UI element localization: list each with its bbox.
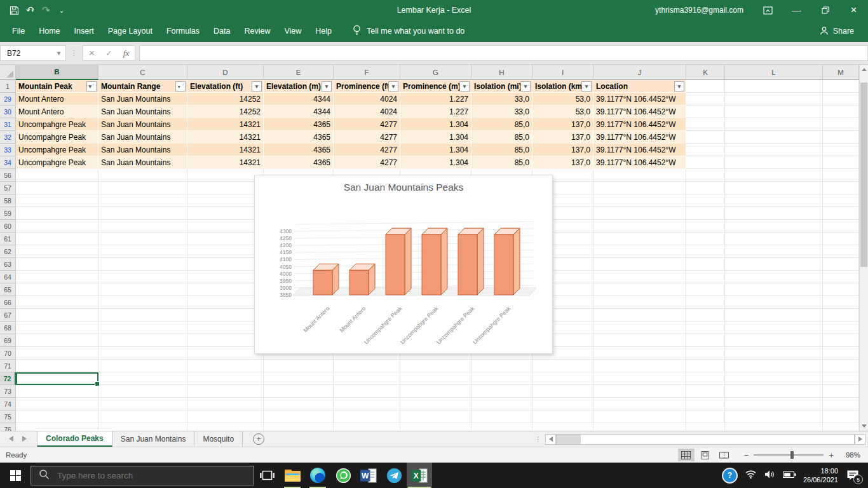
cell-K57[interactable] [686,182,725,194]
row-header-31[interactable]: 31 [0,118,16,131]
cell-M65[interactable] [823,283,859,296]
cell-H32[interactable]: 85,0 [471,131,532,144]
row-header-34[interactable]: 34 [0,156,16,169]
cell-B66[interactable] [16,296,98,309]
cell-H71[interactable] [471,360,532,372]
ribbon-tab-insert[interactable]: Insert [67,20,101,42]
cell-I76[interactable] [532,423,593,431]
cell-M33[interactable] [823,144,859,156]
name-box-caret-icon[interactable]: ▼ [56,50,62,57]
ribbon-tab-page-layout[interactable]: Page Layout [101,20,159,42]
page-layout-view-icon[interactable] [697,449,714,461]
cell-B33[interactable]: Uncompahgre Peak [16,144,98,156]
cell-L70[interactable] [725,347,823,360]
cell-M73[interactable] [823,385,859,398]
ribbon-display-options-icon[interactable] [754,0,782,20]
cell-D73[interactable] [187,385,264,398]
volume-icon[interactable] [764,470,776,482]
cell-C60[interactable] [98,220,187,233]
word-taskbar-icon[interactable]: W [356,463,381,488]
column-header-K[interactable]: K [686,65,725,80]
cell-M64[interactable] [823,271,859,283]
account-name[interactable]: ythrisma3916@gmail.com [655,6,743,15]
cell-C64[interactable] [98,271,187,283]
cell-L63[interactable] [725,258,823,271]
cell-D71[interactable] [187,360,264,372]
minimize-button[interactable]: — [782,0,811,20]
cell-J65[interactable] [593,283,686,296]
cell-B59[interactable] [16,207,98,220]
cell-K74[interactable] [686,398,725,410]
cell-B73[interactable] [16,385,98,398]
cell-D56[interactable] [187,169,264,182]
cell-K66[interactable] [686,296,725,309]
cell-K73[interactable] [686,385,725,398]
cell-J31[interactable]: 39.1177°N 106.4452°W [593,118,686,131]
ribbon-tab-formulas[interactable]: Formulas [159,20,207,42]
column-header-F[interactable]: F [334,65,400,80]
cell-D70[interactable] [187,347,264,360]
cell-L71[interactable] [725,360,823,372]
whatsapp-taskbar-icon[interactable] [330,463,356,488]
sheet-tab-mosquito[interactable]: Mosquito [194,431,243,447]
cell-E71[interactable] [264,360,334,372]
ribbon-tab-help[interactable]: Help [308,20,339,42]
column-header-E[interactable]: E [264,65,334,80]
cell-C68[interactable] [98,322,187,334]
table-header-F[interactable]: Prominence (ft)▾ [334,80,400,93]
cell-M74[interactable] [823,398,859,410]
cell-M67[interactable] [823,309,859,322]
cell-C29[interactable]: San Juan Mountains [98,93,187,105]
column-header-L[interactable]: L [725,65,823,80]
normal-view-icon[interactable] [678,449,695,461]
cell-K67[interactable] [686,309,725,322]
close-button[interactable]: × [839,0,868,20]
cell-G74[interactable] [400,398,471,410]
cell-K63[interactable] [686,258,725,271]
cell-J64[interactable] [593,271,686,283]
cell-H73[interactable] [471,385,532,398]
cell-B63[interactable] [16,258,98,271]
cell-F29[interactable]: 4024 [334,93,400,105]
cell-L73[interactable] [725,385,823,398]
customize-qat-button[interactable]: ⌄ [54,3,69,18]
cell-J56[interactable] [593,169,686,182]
ribbon-tab-data[interactable]: Data [207,20,237,42]
cell-C34[interactable]: San Juan Mountains [98,156,187,169]
cell-F32[interactable]: 4277 [334,131,400,144]
cell-H74[interactable] [471,398,532,410]
cell-L1[interactable] [725,80,823,93]
cell-G33[interactable]: 1.304 [400,144,471,156]
cell-B74[interactable] [16,398,98,410]
cell-B64[interactable] [16,271,98,283]
cell-I31[interactable]: 137,0 [532,118,593,131]
telegram-taskbar-icon[interactable] [381,463,407,488]
cell-K33[interactable] [686,144,725,156]
ribbon-tab-home[interactable]: Home [32,20,67,42]
embedded-chart[interactable]: San Juan Mountains Peaks 385039003950400… [254,175,553,354]
row-header-61[interactable]: 61 [0,233,16,245]
row-header-59[interactable]: 59 [0,207,16,220]
cell-H72[interactable] [471,372,532,385]
filter-dropdown-icon-J[interactable]: ▾ [674,81,684,92]
zoom-level[interactable]: 98% [839,451,860,459]
cell-D68[interactable] [187,322,264,334]
cell-C65[interactable] [98,283,187,296]
cancel-entry-icon[interactable]: ✕ [83,46,100,60]
file-explorer-taskbar-icon[interactable] [280,463,305,488]
cell-E76[interactable] [264,423,334,431]
cell-B71[interactable] [16,360,98,372]
cell-K31[interactable] [686,118,725,131]
row-header-30[interactable]: 30 [0,105,16,118]
cell-L31[interactable] [725,118,823,131]
cell-D58[interactable] [187,194,264,207]
cell-I71[interactable] [532,360,593,372]
cell-C61[interactable] [98,233,187,245]
share-button[interactable]: Share [820,26,854,37]
cell-L33[interactable] [725,144,823,156]
cell-D32[interactable]: 14321 [187,131,264,144]
cell-F33[interactable]: 4277 [334,144,400,156]
cell-M59[interactable] [823,207,859,220]
cell-J75[interactable] [593,410,686,423]
zoom-slider[interactable] [754,454,824,456]
